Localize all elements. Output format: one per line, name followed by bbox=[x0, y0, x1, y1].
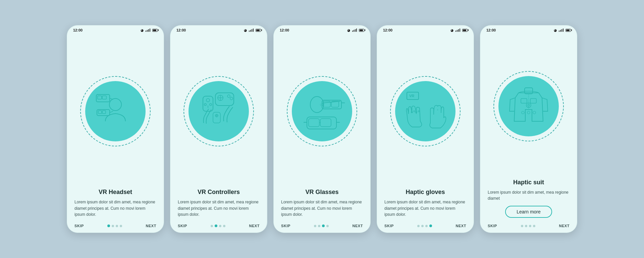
svg-point-51 bbox=[522, 111, 524, 114]
dot-5-2 bbox=[525, 225, 527, 227]
time-4: 12:00 bbox=[383, 28, 392, 32]
card-body-3: Lorem ipsum dolor sit dim amet, mea regi… bbox=[281, 199, 363, 218]
phone-1-vr-headset: 12:00 ◕ bbox=[67, 25, 164, 233]
svg-line-35 bbox=[320, 104, 323, 105]
dot-3-1 bbox=[314, 225, 316, 227]
illustration-3 bbox=[274, 34, 370, 189]
phone-4-haptic-gloves: 12:00 ◕ VR bbox=[377, 25, 474, 233]
phones-container: 12:00 ◕ bbox=[60, 18, 584, 240]
content-1: VR Headset Lorem ipsum dolor sit dim ame… bbox=[67, 189, 164, 221]
svg-point-53 bbox=[533, 111, 536, 114]
dot-1-4 bbox=[120, 225, 122, 227]
svg-point-10 bbox=[206, 99, 210, 102]
dots-1 bbox=[107, 224, 122, 227]
svg-rect-2 bbox=[98, 96, 102, 99]
wifi-icon-4: ◕ bbox=[450, 28, 453, 32]
svg-line-8 bbox=[110, 111, 113, 113]
skip-1[interactable]: SKIP bbox=[74, 224, 84, 228]
dot-2-3 bbox=[219, 225, 221, 227]
circle-bg-3 bbox=[292, 81, 352, 141]
circle-bg-2 bbox=[189, 81, 249, 141]
card-title-3: VR Glasses bbox=[281, 189, 363, 196]
skip-5[interactable]: SKIP bbox=[488, 224, 497, 228]
svg-rect-31 bbox=[320, 119, 331, 127]
battery-icon-5 bbox=[566, 29, 571, 32]
svg-point-0 bbox=[109, 99, 121, 111]
svg-rect-47 bbox=[521, 99, 527, 103]
status-icons-1: ◕ bbox=[141, 28, 158, 32]
illustration-2 bbox=[170, 34, 267, 189]
circle-bg-1 bbox=[85, 81, 146, 141]
card-title-2: VR Controllers bbox=[178, 189, 260, 196]
circle-bg-4: VR bbox=[395, 81, 455, 141]
dot-4-4 bbox=[429, 224, 432, 227]
wifi-icon-1: ◕ bbox=[141, 28, 144, 32]
skip-3[interactable]: SKIP bbox=[281, 224, 290, 228]
signal-bars-2 bbox=[249, 28, 254, 32]
haptic-suit-icon bbox=[503, 81, 554, 131]
svg-point-11 bbox=[204, 104, 206, 106]
bottom-nav-2: SKIP NEXT bbox=[170, 221, 267, 233]
battery-icon-2 bbox=[256, 29, 261, 32]
svg-line-4 bbox=[110, 98, 113, 100]
status-bar-1: 12:00 ◕ bbox=[67, 25, 164, 34]
status-bar-4: 12:00 ◕ bbox=[377, 25, 474, 34]
dot-3-2 bbox=[318, 225, 320, 227]
dot-3-4 bbox=[326, 225, 329, 227]
dot-3-3 bbox=[322, 224, 325, 227]
battery-icon-3 bbox=[359, 29, 364, 32]
time-2: 12:00 bbox=[176, 28, 186, 32]
phone-2-vr-controllers: 12:00 ◕ bbox=[170, 25, 267, 233]
next-3[interactable]: NEXT bbox=[352, 224, 363, 228]
content-3: VR Glasses Lorem ipsum dolor sit dim ame… bbox=[274, 189, 370, 221]
svg-point-19 bbox=[230, 97, 233, 100]
dot-2-4 bbox=[223, 225, 225, 227]
skip-4[interactable]: SKIP bbox=[384, 224, 394, 228]
time-3: 12:00 bbox=[280, 28, 289, 32]
bottom-nav-4: SKIP NEXT bbox=[377, 221, 474, 233]
content-4: Haptic gloves Lorem ipsum dolor sit dim … bbox=[377, 189, 474, 221]
bottom-nav-3: SKIP NEXT bbox=[274, 221, 370, 233]
dot-5-1 bbox=[521, 225, 523, 227]
illustration-4: VR bbox=[377, 34, 474, 189]
phone-5-haptic-suit: 12:00 ◕ bbox=[480, 25, 577, 233]
dot-4-3 bbox=[425, 225, 428, 227]
next-4[interactable]: NEXT bbox=[455, 224, 466, 228]
svg-rect-20 bbox=[213, 112, 220, 123]
status-bar-3: 12:00 ◕ bbox=[274, 25, 370, 34]
svg-point-43 bbox=[414, 111, 415, 112]
dot-1-3 bbox=[116, 225, 118, 227]
next-5[interactable]: NEXT bbox=[559, 224, 570, 228]
next-2[interactable]: NEXT bbox=[249, 224, 260, 228]
svg-rect-30 bbox=[309, 119, 319, 127]
svg-rect-6 bbox=[98, 111, 102, 114]
signal-bars-4 bbox=[455, 28, 461, 32]
svg-text:VR: VR bbox=[409, 94, 414, 98]
dot-5-4 bbox=[533, 225, 535, 227]
time-5: 12:00 bbox=[486, 28, 496, 32]
status-icons-3: ◕ bbox=[347, 28, 365, 32]
svg-point-45 bbox=[418, 111, 419, 112]
learn-more-button[interactable]: Learn more bbox=[505, 206, 552, 218]
next-1[interactable]: NEXT bbox=[146, 224, 156, 228]
card-title-5: Haptic suit bbox=[488, 179, 570, 186]
time-1: 12:00 bbox=[73, 28, 83, 32]
svg-rect-3 bbox=[102, 96, 106, 99]
status-bar-5: 12:00 ◕ bbox=[480, 25, 577, 34]
svg-point-52 bbox=[527, 111, 530, 114]
svg-rect-48 bbox=[530, 99, 536, 103]
signal-bars-1 bbox=[146, 28, 151, 32]
wifi-icon-2: ◕ bbox=[244, 28, 247, 32]
skip-2[interactable]: SKIP bbox=[178, 224, 187, 228]
card-body-1: Lorem ipsum dolor sit dim amet, mea regi… bbox=[74, 199, 156, 218]
content-5: Haptic suit Lorem ipsum dolor sit dim am… bbox=[480, 179, 577, 221]
status-icons-2: ◕ bbox=[244, 28, 261, 32]
card-title-4: Haptic gloves bbox=[384, 189, 466, 196]
svg-rect-7 bbox=[102, 111, 106, 114]
dot-1-1 bbox=[107, 224, 110, 227]
svg-point-18 bbox=[227, 95, 230, 98]
status-bar-2: 12:00 ◕ bbox=[170, 25, 267, 34]
battery-icon-4 bbox=[462, 29, 468, 32]
card-body-4: Lorem ipsum dolor sit dim amet, mea regi… bbox=[384, 199, 466, 218]
card-title-1: VR Headset bbox=[74, 189, 156, 196]
